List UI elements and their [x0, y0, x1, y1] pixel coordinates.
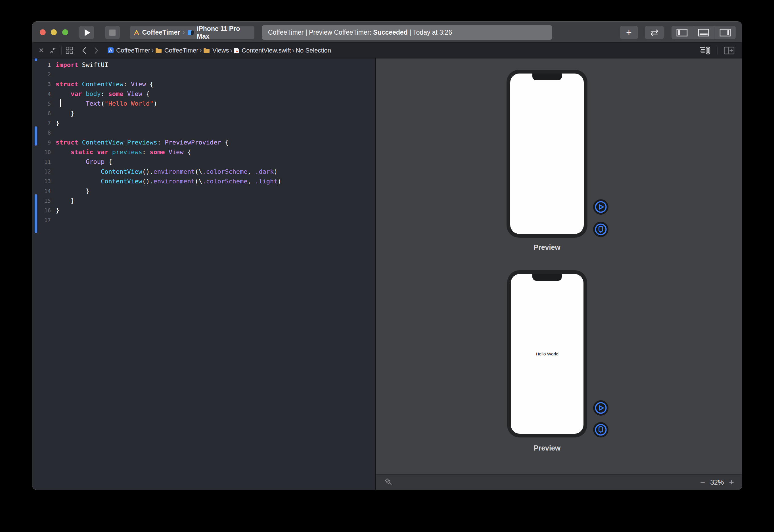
close-editor-button[interactable]: ✕ — [39, 47, 44, 54]
device-screen — [510, 74, 584, 234]
line-number[interactable]: 4 — [32, 91, 56, 97]
preview-on-device-button[interactable] — [593, 422, 609, 438]
code-line[interactable]: 14 } — [32, 186, 375, 196]
breadcrumb-group[interactable]: Views — [203, 47, 229, 54]
line-number[interactable]: 9 — [32, 139, 56, 146]
run-button[interactable] — [79, 26, 94, 39]
breadcrumb-project[interactable]: CoffeeTimer — [107, 47, 150, 54]
breadcrumb-file[interactable]: ContentView.swift — [234, 47, 291, 54]
line-number[interactable]: 16 — [32, 207, 56, 213]
zoom-controls: − 32% + — [700, 477, 734, 487]
add-editor-icon — [724, 47, 735, 55]
code-line[interactable]: 2 — [32, 70, 375, 79]
line-number[interactable]: 14 — [32, 188, 56, 194]
project-app-icon — [134, 30, 139, 36]
toggle-debug-area-button[interactable] — [693, 26, 714, 39]
editor-options-button[interactable] — [700, 47, 711, 55]
go-forward-button[interactable] — [94, 47, 99, 54]
chevron-separator-icon: › — [229, 46, 234, 55]
preview-label: Preview — [507, 243, 587, 252]
stop-button[interactable] — [105, 26, 120, 39]
toggle-inspector-button[interactable] — [714, 26, 736, 39]
code-line[interactable]: 12 ContentView().environment(\.colorSche… — [32, 167, 375, 176]
code-line[interactable]: 15 } — [32, 196, 375, 206]
scheme-selector[interactable]: CoffeeTimer › iPhone 11 Pro Max — [130, 26, 254, 39]
chevron-right-icon: › — [183, 29, 185, 36]
pin-preview-button[interactable] — [384, 477, 394, 487]
device-preview-dark[interactable] — [507, 70, 587, 238]
line-number[interactable]: 10 — [32, 149, 56, 155]
code-line[interactable]: 3struct ContentView: View { — [32, 79, 375, 89]
device-preview-light[interactable]: Hello World — [507, 270, 587, 437]
line-number[interactable]: 2 — [32, 71, 56, 78]
code-editor[interactable]: 1import SwiftUI23struct ContentView: Vie… — [32, 58, 375, 490]
toggle-navigator-button[interactable] — [672, 26, 693, 39]
minimize-window-button[interactable] — [51, 29, 57, 35]
code-line[interactable]: 4 var body: some View { — [32, 89, 375, 99]
code-line[interactable]: 11 Group { — [32, 157, 375, 167]
line-number[interactable]: 1 — [32, 62, 56, 68]
add-editor-button[interactable] — [724, 47, 735, 55]
line-number[interactable]: 5 — [32, 100, 56, 107]
stop-icon — [109, 30, 116, 36]
code-line[interactable]: 1import SwiftUI — [32, 60, 375, 70]
device-circle-icon — [593, 221, 609, 237]
divider — [61, 47, 62, 55]
plus-icon: + — [626, 27, 632, 38]
code-line[interactable]: 17 — [32, 215, 375, 225]
code-line[interactable]: 9struct ContentView_Previews: PreviewPro… — [32, 138, 375, 147]
chevron-separator-icon: › — [198, 46, 203, 55]
code-line[interactable]: 5 Text("Hello World") — [32, 99, 375, 108]
code-text: Group { — [56, 158, 112, 165]
code-line[interactable]: 16} — [32, 206, 375, 215]
code-line[interactable]: 8 — [32, 128, 375, 137]
code-text: struct ContentView_Previews: PreviewProv… — [56, 139, 229, 146]
version-editor-button[interactable] — [645, 26, 664, 39]
live-preview-button[interactable] — [593, 199, 609, 215]
scheme-project-label: CoffeeTimer — [142, 29, 180, 36]
breadcrumb-group[interactable]: CoffeeTimer — [155, 47, 198, 54]
code-line[interactable]: 10 static var previews: some View { — [32, 147, 375, 157]
library-button[interactable]: + — [620, 26, 638, 39]
code-text: } — [56, 110, 74, 117]
left-panel-icon — [676, 29, 688, 37]
activity-status-bar[interactable]: CoffeeTimer | Preview CoffeeTimer: Succe… — [262, 25, 552, 40]
line-number[interactable]: 8 — [32, 129, 56, 136]
jump-bar: ✕ — [32, 43, 742, 58]
code-text: } — [56, 207, 59, 214]
minimize-arrows-icon — [49, 47, 57, 54]
go-back-button[interactable] — [82, 47, 86, 54]
line-number[interactable]: 11 — [32, 159, 56, 165]
zoom-window-button[interactable] — [62, 29, 68, 35]
scheme-device-label: iPhone 11 Pro Max — [197, 25, 250, 40]
code-text: var body: some View { — [56, 90, 150, 97]
close-window-button[interactable] — [40, 29, 46, 35]
line-number[interactable]: 17 — [32, 217, 56, 223]
focus-editor-button[interactable] — [49, 47, 57, 54]
code-text: } — [56, 197, 74, 204]
code-line[interactable]: 6 } — [32, 108, 375, 118]
destination-device-icon — [187, 30, 194, 36]
line-number[interactable]: 12 — [32, 168, 56, 175]
code-text: struct ContentView: View { — [56, 81, 153, 88]
code-text: import SwiftUI — [56, 61, 108, 68]
zoom-out-button[interactable]: − — [700, 477, 705, 487]
status-text: CoffeeTimer | Preview CoffeeTimer: Succe… — [268, 29, 452, 36]
line-number[interactable]: 7 — [32, 120, 56, 126]
line-number[interactable]: 6 — [32, 110, 56, 116]
related-items-button[interactable] — [66, 47, 73, 54]
device-notch-icon — [532, 74, 562, 80]
live-preview-button[interactable] — [593, 400, 609, 416]
preview-on-device-button[interactable] — [593, 221, 609, 237]
line-number[interactable]: 13 — [32, 178, 56, 184]
code-text: } — [56, 187, 89, 194]
breadcrumb-selection[interactable]: No Selection — [296, 47, 331, 54]
code-line[interactable]: 13 ContentView().environment(\.colorSche… — [32, 176, 375, 186]
line-number[interactable]: 15 — [32, 198, 56, 204]
line-number[interactable]: 3 — [32, 81, 56, 87]
zoom-level[interactable]: 32% — [710, 478, 724, 486]
preview-screen-text: Hello World — [536, 351, 558, 357]
code-line[interactable]: 7} — [32, 118, 375, 128]
play-circle-icon — [593, 400, 609, 416]
zoom-in-button[interactable]: + — [729, 477, 734, 487]
